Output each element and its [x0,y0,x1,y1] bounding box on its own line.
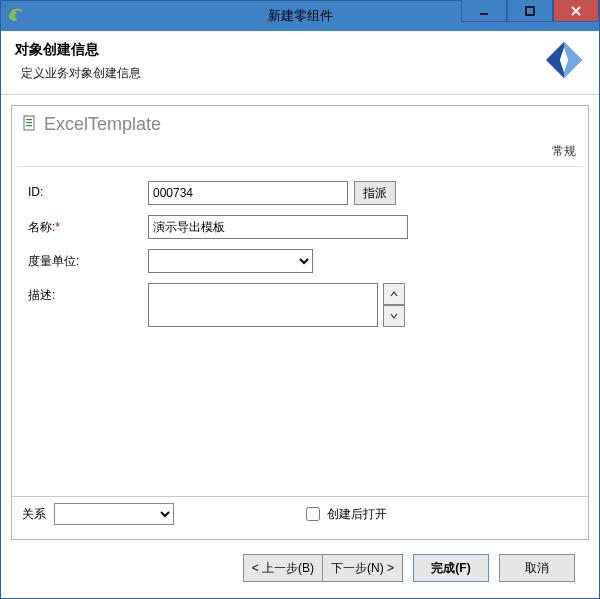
cancel-button[interactable]: 取消 [499,554,575,582]
relation-bar: 关系 创建后打开 [12,496,588,531]
wizard-header: 对象创建信息 定义业务对象创建信息 [1,31,599,95]
header-title: 对象创建信息 [15,41,141,59]
relation-select[interactable] [54,503,174,525]
wizard-icon [543,39,585,84]
minimize-icon [478,5,490,17]
close-button[interactable] [553,0,599,22]
label-desc: 描述: [28,283,148,304]
relation-label: 关系 [22,506,46,523]
svg-rect-12 [26,122,32,123]
header-subtitle: 定义业务对象创建信息 [21,65,141,82]
row-name: 名称:* [28,215,572,239]
description-textarea[interactable] [148,283,378,327]
row-desc: 描述: [28,283,572,327]
main-area: ExcelTemplate 常规 ID: 指派 名称:* [1,95,599,598]
app-icon [9,8,25,24]
chevron-down-icon [390,313,398,319]
desc-up-button[interactable] [383,283,405,305]
panel-tab-general[interactable]: 常规 [22,143,578,160]
label-unit: 度量单位: [28,249,148,270]
titlebar[interactable]: 新建零组件 [1,1,599,31]
back-button[interactable]: < 上一步(B) [243,554,322,582]
svg-rect-11 [26,119,32,120]
row-unit: 度量单位: [28,249,572,273]
minimize-button[interactable] [461,0,507,22]
desc-down-button[interactable] [383,305,405,327]
assign-button[interactable]: 指派 [354,181,396,205]
next-button[interactable]: 下一步(N) > [322,554,403,582]
separator [18,166,582,167]
wizard-footer: < 上一步(B) 下一步(N) > 完成(F) 取消 [11,540,589,598]
svg-rect-3 [526,7,534,15]
label-name: 名称:* [28,215,148,236]
form-panel: ExcelTemplate 常规 ID: 指派 名称:* [11,105,589,540]
svg-point-1 [15,11,25,21]
desc-spinner [383,283,405,327]
form-grid: ID: 指派 名称:* 度量单位: [22,177,578,341]
maximize-icon [524,5,536,17]
name-input[interactable] [148,215,408,239]
dialog-window: 新建零组件 对象创建信息 定义业务对象创建信息 [0,0,600,599]
maximize-button[interactable] [507,0,553,22]
finish-button[interactable]: 完成(F) [413,554,489,582]
id-input[interactable] [148,181,348,205]
window-controls [461,1,599,31]
svg-rect-13 [26,125,32,126]
close-icon [570,5,582,17]
open-after-create-label: 创建后打开 [327,506,387,523]
label-id: ID: [28,181,148,199]
template-icon [22,115,38,134]
chevron-up-icon [390,291,398,297]
panel-title: ExcelTemplate [44,114,161,135]
open-after-create-checkbox[interactable] [306,507,320,521]
unit-select[interactable] [148,249,313,273]
open-after-create-wrap[interactable]: 创建后打开 [302,504,387,524]
row-id: ID: 指派 [28,181,572,205]
